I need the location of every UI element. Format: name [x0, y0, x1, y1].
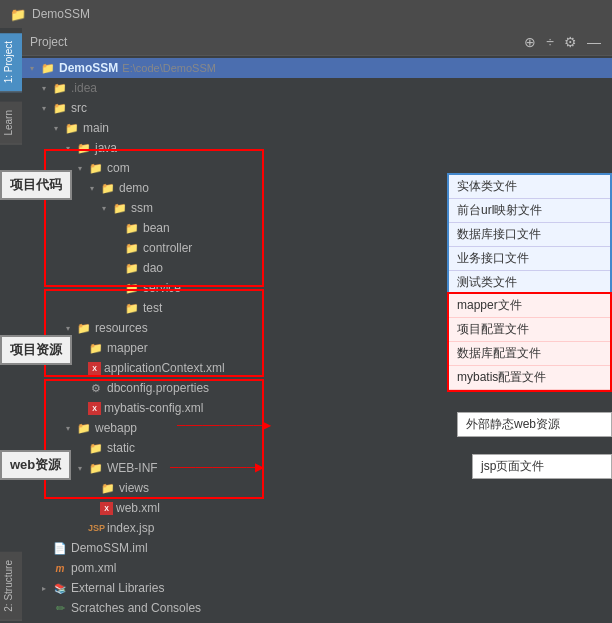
- folder-icon-ssm: 📁: [112, 202, 128, 215]
- folder-icon-webinf: 📁: [88, 462, 104, 475]
- ann-item-db-config: 数据库配置文件: [449, 342, 610, 366]
- item-name-views: views: [119, 481, 149, 495]
- blue-annotation-panel: 实体类文件 前台url映射文件 数据库接口文件 业务接口文件 测试类文件: [447, 173, 612, 297]
- item-name-webapp: webapp: [95, 421, 137, 435]
- item-name-bean: bean: [143, 221, 170, 235]
- left-tab-panel: 1: Project Learn 2: Structure: [0, 28, 22, 623]
- toolbar-divide-icon[interactable]: ÷: [543, 32, 557, 52]
- arrow-demossm: [30, 64, 40, 73]
- tree-item-main[interactable]: 📁 main: [22, 118, 612, 138]
- folder-icon-demo: 📁: [100, 182, 116, 195]
- ann-item-url: 前台url映射文件: [449, 199, 610, 223]
- tab-structure[interactable]: 2: Structure: [0, 552, 22, 621]
- title-folder-icon: 📁: [10, 7, 26, 22]
- item-name-java: java: [95, 141, 117, 155]
- project-panel: Project ⊕ ÷ ⚙ — 📁 DemoSSM E:\code\DemoSS…: [22, 28, 612, 623]
- arrow-src: [42, 104, 52, 113]
- tab-project[interactable]: 1: Project: [0, 33, 22, 92]
- item-name-dao: dao: [143, 261, 163, 275]
- tree-item-java[interactable]: 📁 java: [22, 138, 612, 158]
- icon-dbconfig: ⚙: [88, 382, 104, 395]
- ann-item-proj-config: 项目配置文件: [449, 318, 610, 342]
- folder-icon-java: 📁: [76, 142, 92, 155]
- arrow-java: [66, 144, 76, 153]
- toolbar-add-icon[interactable]: ⊕: [521, 32, 539, 52]
- toolbar-minus-icon[interactable]: —: [584, 32, 604, 52]
- tab-learn[interactable]: Learn: [0, 102, 22, 145]
- tree-item-indexjsp[interactable]: JSP index.jsp: [22, 518, 612, 538]
- ann-item-mapper: mapper文件: [449, 294, 610, 318]
- ann-views-jsp: jsp页面文件: [472, 454, 612, 479]
- tree-item-views[interactable]: 📁 views: [22, 478, 612, 498]
- label-proj-res: 项目资源: [0, 335, 72, 365]
- ann-item-db-interface: 数据库接口文件: [449, 223, 610, 247]
- icon-pom: m: [52, 563, 68, 574]
- item-name-main: main: [83, 121, 109, 135]
- item-name-iml: DemoSSM.iml: [71, 541, 148, 555]
- folder-icon-static: 📁: [88, 442, 104, 455]
- tree-item-idea[interactable]: 📁 .idea: [22, 78, 612, 98]
- folder-icon-demossm: 📁: [40, 62, 56, 75]
- item-name-webxml: web.xml: [116, 501, 160, 515]
- item-name-service: service: [143, 281, 181, 295]
- tree-item-webxml[interactable]: X web.xml: [22, 498, 612, 518]
- label-proj-code: 项目代码: [0, 170, 72, 200]
- arrow-webapp: [66, 424, 76, 433]
- ann-item-mybatis-config: mybatis配置文件: [449, 366, 610, 390]
- item-name-dbconfig: dbconfig.properties: [107, 381, 209, 395]
- arrow-com: [78, 164, 88, 173]
- folder-icon-src: 📁: [52, 102, 68, 115]
- label-web-res: web资源: [0, 450, 71, 480]
- tree-item-src[interactable]: 📁 src: [22, 98, 612, 118]
- label-proj-res-text: 项目资源: [10, 342, 62, 357]
- item-name-com: com: [107, 161, 130, 175]
- label-proj-code-text: 项目代码: [10, 177, 62, 192]
- item-name-webinf: WEB-INF: [107, 461, 158, 475]
- item-name-appctx: applicationContext.xml: [104, 361, 225, 375]
- icon-extlibs: 📚: [52, 583, 68, 594]
- arrow-ssm: [102, 204, 112, 213]
- folder-icon-idea: 📁: [52, 82, 68, 95]
- item-path-demossm: E:\code\DemoSSM: [122, 62, 216, 74]
- tree-item-iml[interactable]: 📄 DemoSSM.iml: [22, 538, 612, 558]
- arrow-main: [54, 124, 64, 133]
- item-name-demo: demo: [119, 181, 149, 195]
- app-title: DemoSSM: [32, 7, 90, 21]
- arrow-extlibs: [42, 584, 52, 593]
- item-name-controller: controller: [143, 241, 192, 255]
- item-name-indexjsp: index.jsp: [107, 521, 154, 535]
- folder-icon-test: 📁: [124, 302, 140, 315]
- folder-icon-resources: 📁: [76, 322, 92, 335]
- folder-icon-controller: 📁: [124, 242, 140, 255]
- icon-scratches: ✏: [52, 602, 68, 615]
- item-name-demossm: DemoSSM: [59, 61, 118, 75]
- tree-item-extlibs[interactable]: 📚 External Libraries: [22, 578, 612, 598]
- folder-icon-service: 📁: [124, 282, 140, 295]
- item-name-resources: resources: [95, 321, 148, 335]
- folder-icon-views: 📁: [100, 482, 116, 495]
- title-bar: 📁 DemoSSM: [0, 0, 612, 28]
- item-name-scratches: Scratches and Consoles: [71, 601, 201, 615]
- folder-icon-bean: 📁: [124, 222, 140, 235]
- item-name-pom: pom.xml: [71, 561, 116, 575]
- toolbar-settings-icon[interactable]: ⚙: [561, 32, 580, 52]
- icon-appctx: X: [88, 362, 101, 375]
- item-name-ssm: ssm: [131, 201, 153, 215]
- tree-item-demossm[interactable]: 📁 DemoSSM E:\code\DemoSSM: [22, 58, 612, 78]
- folder-icon-dao: 📁: [124, 262, 140, 275]
- tree-item-scratches[interactable]: ✏ Scratches and Consoles: [22, 598, 612, 618]
- folder-icon-mapper: 📁: [88, 342, 104, 355]
- icon-webxml: X: [100, 502, 113, 515]
- item-name-src: src: [71, 101, 87, 115]
- ann-item-service: 业务接口文件: [449, 247, 610, 271]
- item-name-mybatis: mybatis-config.xml: [104, 401, 203, 415]
- item-name-static: static: [107, 441, 135, 455]
- folder-icon-webapp: 📁: [76, 422, 92, 435]
- red-annotation-panel: mapper文件 项目配置文件 数据库配置文件 mybatis配置文件: [447, 292, 612, 392]
- project-toolbar: Project ⊕ ÷ ⚙ —: [22, 28, 612, 56]
- label-web-res-text: web资源: [10, 457, 61, 472]
- item-name-idea: .idea: [71, 81, 97, 95]
- arrow-idea: [42, 84, 52, 93]
- tree-item-pom[interactable]: m pom.xml: [22, 558, 612, 578]
- arrow-demo: [90, 184, 100, 193]
